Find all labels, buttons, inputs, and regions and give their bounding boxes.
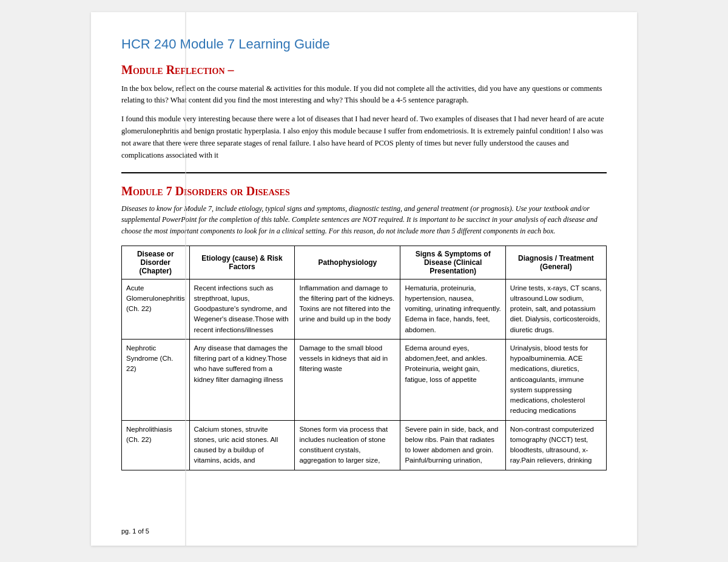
reflection-body: I found this module very interesting bec… xyxy=(121,113,607,161)
col-header-signs: Signs & Symptoms of Disease (Clinical Pr… xyxy=(400,246,505,279)
table-row: Acute Glomerulonephritis (Ch. 22)Recent … xyxy=(122,279,607,339)
section-divider xyxy=(121,172,607,173)
table-header-row: Disease or Disorder (Chapter) Etiology (… xyxy=(122,246,607,279)
left-border-decoration xyxy=(185,12,186,546)
page-footer: pg. 1 of 5 xyxy=(121,527,149,535)
cell-patho: Damage to the small blood vessels in kid… xyxy=(295,339,400,420)
cell-etiology: Recent infections such as strepthroat, l… xyxy=(189,279,295,339)
cell-etiology: Any disease that damages the filtering p… xyxy=(189,339,295,420)
col-header-etiology: Etiology (cause) & Risk Factors xyxy=(189,246,295,279)
cell-disease: Acute Glomerulonephritis (Ch. 22) xyxy=(122,279,190,339)
cell-disease: Nephrotic Syndrome (Ch. 22) xyxy=(122,339,190,420)
cell-diagnosis: Urinalysis, blood tests for hypoalbumine… xyxy=(505,339,606,420)
reflection-header: Module Reflection – xyxy=(121,63,607,77)
page-title: HCR 240 Module 7 Learning Guide xyxy=(121,36,607,52)
table-row: Nephrotic Syndrome (Ch. 22)Any disease t… xyxy=(122,339,607,420)
cell-etiology: Calcium stones, struvite stones, uric ac… xyxy=(189,420,295,470)
module7-instructions: Diseases to know for Module 7, include e… xyxy=(121,203,607,237)
cell-signs: Severe pain in side, back, and below rib… xyxy=(400,420,505,470)
reflection-instruction: In the box below, reflect on the course … xyxy=(121,83,607,107)
col-header-patho: Pathophysiology xyxy=(295,246,400,279)
col-header-diagnosis: Diagnosis / Treatment (General) xyxy=(505,246,606,279)
module7-header: Module 7 Disorders or Diseases xyxy=(121,184,607,198)
cell-patho: Stones form via process that includes nu… xyxy=(295,420,400,470)
cell-diagnosis: Non-contrast computerized tomography (NC… xyxy=(505,420,606,470)
col-header-disease: Disease or Disorder (Chapter) xyxy=(122,246,190,279)
page-container: HCR 240 Module 7 Learning Guide Module R… xyxy=(91,12,637,546)
cell-signs: Hematuria, proteinuria, hypertension, na… xyxy=(400,279,505,339)
cell-signs: Edema around eyes, abdomen,feet, and ank… xyxy=(400,339,505,420)
disorders-table: Disease or Disorder (Chapter) Etiology (… xyxy=(121,246,607,470)
cell-diagnosis: Urine tests, x-rays, CT scans, ultrasoun… xyxy=(505,279,606,339)
cell-disease: Nephrolithiasis (Ch. 22) xyxy=(122,420,190,470)
cell-patho: Inflammation and damage to the filtering… xyxy=(295,279,400,339)
table-row: Nephrolithiasis (Ch. 22)Calcium stones, … xyxy=(122,420,607,470)
